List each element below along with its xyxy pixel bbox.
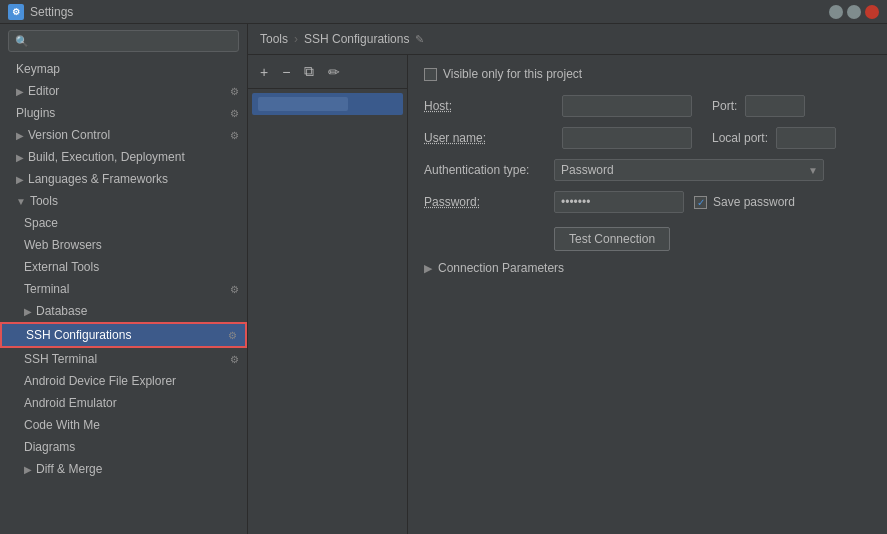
ssh-form: Visible only for this project Host: Port… <box>408 55 887 534</box>
ssh-config-icon: ⚙ <box>228 330 237 341</box>
ssh-terminal-icon: ⚙ <box>230 354 239 365</box>
search-icon: 🔍 <box>15 35 29 48</box>
username-input[interactable] <box>562 127 692 149</box>
window-title: Settings <box>30 5 829 19</box>
port-label: Port: <box>712 99 737 113</box>
sidebar-item-ssh-configurations[interactable]: SSH Configurations ⚙ <box>0 322 247 348</box>
copy-button[interactable]: ⧉ <box>300 61 318 82</box>
content-area: Tools › SSH Configurations ✎ + − ⧉ ✏ <box>248 24 887 534</box>
localport-label: Local port: <box>712 131 768 145</box>
search-box[interactable]: 🔍 <box>8 30 239 52</box>
breadcrumb-current: SSH Configurations <box>304 32 409 46</box>
maximize-button[interactable] <box>847 5 861 19</box>
search-input[interactable] <box>33 34 232 48</box>
close-button[interactable] <box>865 5 879 19</box>
save-password-text: Save password <box>713 195 795 209</box>
db-arrow: ▶ <box>24 306 32 317</box>
auth-type-label: Authentication type: <box>424 163 554 177</box>
sidebar-item-android-emulator[interactable]: Android Emulator <box>0 392 247 414</box>
username-label: User name: <box>424 131 554 145</box>
sidebar-item-plugins[interactable]: Plugins ⚙ <box>0 102 247 124</box>
sidebar: 🔍 Keymap ▶ Editor ⚙ Plugins ⚙ ▶ <box>0 24 248 534</box>
sidebar-item-web-browsers[interactable]: Web Browsers <box>0 234 247 256</box>
sidebar-item-code-with-me[interactable]: Code With Me <box>0 414 247 436</box>
ssh-list-item[interactable] <box>252 93 403 115</box>
sidebar-item-editor[interactable]: ▶ Editor ⚙ <box>0 80 247 102</box>
visible-only-checkbox[interactable] <box>424 68 437 81</box>
password-input[interactable] <box>554 191 684 213</box>
vc-arrow: ▶ <box>16 130 24 141</box>
ssh-toolbar: + − ⧉ ✏ <box>248 55 407 89</box>
terminal-icon: ⚙ <box>230 284 239 295</box>
localport-input[interactable] <box>776 127 836 149</box>
main-layout: 🔍 Keymap ▶ Editor ⚙ Plugins ⚙ ▶ <box>0 24 887 534</box>
sidebar-item-tools[interactable]: ▼ Tools <box>0 190 247 212</box>
save-password-checkbox[interactable] <box>694 196 707 209</box>
save-password-label: Save password <box>694 195 795 209</box>
app-icon: ⚙ <box>8 4 24 20</box>
sidebar-item-ssh-terminal[interactable]: SSH Terminal ⚙ <box>0 348 247 370</box>
add-button[interactable]: + <box>256 61 272 82</box>
test-connection-row: Test Connection <box>554 223 871 251</box>
sidebar-item-languages[interactable]: ▶ Languages & Frameworks <box>0 168 247 190</box>
edit-button[interactable]: ✏ <box>324 61 344 82</box>
diff-arrow: ▶ <box>24 464 32 475</box>
sidebar-item-build[interactable]: ▶ Build, Execution, Deployment <box>0 146 247 168</box>
sidebar-item-android-device[interactable]: Android Device File Explorer <box>0 370 247 392</box>
sidebar-scroll: Keymap ▶ Editor ⚙ Plugins ⚙ ▶ Version Co… <box>0 58 247 534</box>
editor-settings-icon: ⚙ <box>230 86 239 97</box>
lang-arrow: ▶ <box>16 174 24 185</box>
ssh-list-panel: + − ⧉ ✏ <box>248 55 408 534</box>
password-label: Password: <box>424 195 554 209</box>
sidebar-item-keymap[interactable]: Keymap <box>0 58 247 80</box>
plugins-icon: ⚙ <box>230 108 239 119</box>
visible-only-label: Visible only for this project <box>443 67 582 81</box>
auth-type-select[interactable]: Password Key pair (OpenSSH or PuTTY) Ope… <box>554 159 824 181</box>
host-port-row: Host: Port: <box>424 95 871 117</box>
localport-field-group: Local port: <box>712 127 836 149</box>
host-field-group: Host: <box>424 95 692 117</box>
connection-params-row[interactable]: ▶ Connection Parameters <box>424 261 871 275</box>
sidebar-item-diagrams[interactable]: Diagrams <box>0 436 247 458</box>
breadcrumb-edit-icon[interactable]: ✎ <box>415 33 424 46</box>
auth-type-row: Authentication type: Password Key pair (… <box>424 159 871 181</box>
breadcrumb-separator: › <box>294 32 298 46</box>
port-input[interactable] <box>745 95 805 117</box>
port-field-group: Port: <box>712 95 805 117</box>
sidebar-item-database[interactable]: ▶ Database <box>0 300 247 322</box>
breadcrumb: Tools › SSH Configurations ✎ <box>248 24 887 55</box>
test-connection-button[interactable]: Test Connection <box>554 227 670 251</box>
username-field-group: User name: <box>424 127 692 149</box>
password-input-group: Save password <box>554 191 795 213</box>
conn-params-label: Connection Parameters <box>438 261 564 275</box>
vc-icon: ⚙ <box>230 130 239 141</box>
visible-only-row: Visible only for this project <box>424 67 871 81</box>
sidebar-item-external-tools[interactable]: External Tools <box>0 256 247 278</box>
title-bar: ⚙ Settings <box>0 0 887 24</box>
build-arrow: ▶ <box>16 152 24 163</box>
sidebar-item-version-control[interactable]: ▶ Version Control ⚙ <box>0 124 247 146</box>
host-label: Host: <box>424 99 554 113</box>
ssh-panel: + − ⧉ ✏ Visible only for this project <box>248 55 887 534</box>
sidebar-item-diff-merge[interactable]: ▶ Diff & Merge <box>0 458 247 480</box>
remove-button[interactable]: − <box>278 61 294 82</box>
tools-arrow: ▼ <box>16 196 26 207</box>
host-input[interactable] <box>562 95 692 117</box>
password-row: Password: Save password <box>424 191 871 213</box>
conn-params-arrow-icon: ▶ <box>424 262 432 275</box>
auth-type-select-wrapper: Password Key pair (OpenSSH or PuTTY) Ope… <box>554 159 824 181</box>
editor-arrow: ▶ <box>16 86 24 97</box>
sidebar-item-space[interactable]: Space <box>0 212 247 234</box>
username-localport-row: User name: Local port: <box>424 127 871 149</box>
window-controls <box>829 5 879 19</box>
sidebar-item-terminal[interactable]: Terminal ⚙ <box>0 278 247 300</box>
breadcrumb-parent: Tools <box>260 32 288 46</box>
minimize-button[interactable] <box>829 5 843 19</box>
